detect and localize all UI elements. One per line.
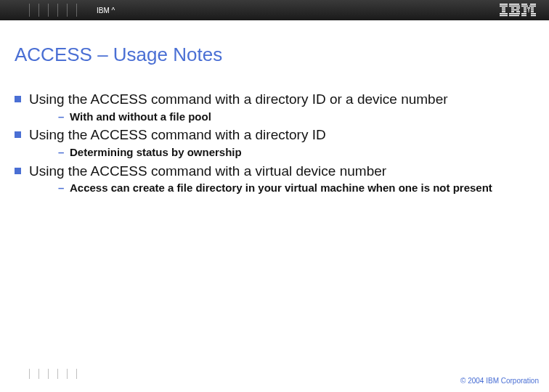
svg-rect-31 (521, 15, 526, 17)
bullet-text: Using the ACCESS command with a virtual … (29, 163, 386, 179)
svg-rect-16 (521, 4, 527, 5)
svg-rect-26 (524, 11, 526, 12)
svg-rect-32 (531, 15, 536, 17)
bullet-level1: Using the ACCESS command with a director… (15, 126, 527, 144)
header-brand-text: IBM ^ (97, 7, 115, 15)
bullet-text: Access can create a file directory in yo… (70, 181, 492, 194)
svg-rect-30 (531, 13, 536, 15)
svg-rect-21 (527, 7, 530, 9)
slide: IBM ^ (0, 0, 549, 392)
svg-rect-5 (500, 13, 508, 15)
bullet-level1: Using the ACCESS command with a director… (15, 91, 527, 108)
bullet-text: Using the ACCESS command with a director… (29, 127, 326, 142)
svg-rect-25 (531, 9, 534, 11)
bullet-level2: Determining status by ownership (58, 145, 527, 160)
svg-rect-27 (529, 11, 529, 12)
footer-tick-marks (29, 369, 77, 379)
svg-rect-18 (521, 6, 528, 7)
svg-rect-1 (500, 6, 508, 7)
svg-rect-15 (509, 15, 519, 17)
svg-rect-17 (530, 4, 536, 5)
header-bar: IBM ^ (0, 0, 549, 20)
bullet-text: Using the ACCESS command with a director… (29, 91, 448, 107)
bullet-level1: Using the ACCESS command with a virtual … (15, 163, 527, 180)
svg-rect-7 (509, 4, 519, 5)
svg-rect-24 (528, 9, 529, 11)
svg-rect-14 (509, 13, 520, 15)
bullet-level2: With and without a file pool (58, 110, 527, 124)
svg-rect-23 (524, 9, 526, 11)
svg-rect-13 (516, 11, 520, 12)
svg-rect-12 (511, 11, 514, 12)
slide-title: ACCESS – Usage Notes (15, 44, 549, 66)
svg-rect-19 (529, 6, 536, 7)
slide-body: Using the ACCESS command with a director… (0, 91, 549, 195)
svg-rect-6 (500, 15, 508, 17)
copyright-text: © 2004 IBM Corporation (460, 377, 539, 385)
bullet-text: Determining status by ownership (70, 146, 242, 158)
svg-rect-29 (521, 13, 526, 15)
svg-rect-2 (502, 7, 505, 9)
svg-rect-8 (509, 6, 520, 7)
header-tick-marks (0, 0, 91, 20)
bullet-text: With and without a file pool (70, 110, 211, 123)
svg-rect-11 (511, 9, 519, 11)
svg-rect-9 (511, 7, 514, 9)
svg-rect-20 (524, 7, 526, 9)
bullet-level2: Access can create a file directory in yo… (58, 181, 527, 195)
svg-rect-4 (502, 11, 505, 12)
svg-rect-0 (500, 4, 508, 5)
svg-rect-10 (516, 7, 520, 9)
svg-rect-3 (502, 9, 505, 11)
svg-rect-22 (531, 7, 534, 9)
ibm-logo-icon (500, 4, 536, 17)
svg-rect-28 (531, 11, 534, 12)
